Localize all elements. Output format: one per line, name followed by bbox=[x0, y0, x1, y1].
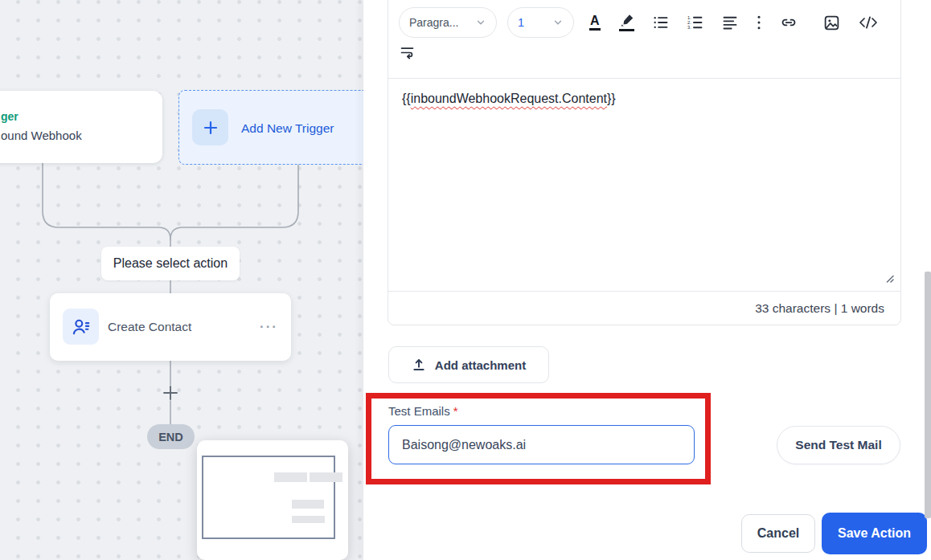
wrap-text-icon[interactable] bbox=[399, 46, 415, 59]
test-emails-label: Test Emails * bbox=[388, 404, 458, 418]
plus-icon bbox=[192, 109, 228, 145]
ellipsis-menu-icon[interactable]: ··· bbox=[260, 293, 278, 361]
select-action-label: Please select action bbox=[101, 247, 240, 280]
email-body-editor[interactable]: {{inboundWebhookRequest.Content}} bbox=[388, 79, 900, 291]
chevron-down-icon bbox=[475, 17, 486, 28]
preview-placeholder-bar bbox=[292, 516, 325, 523]
preview-thumbnail-card bbox=[197, 440, 348, 560]
align-icon[interactable] bbox=[722, 14, 738, 31]
paragraph-style-dropdown[interactable]: Paragra... bbox=[399, 7, 497, 38]
send-test-mail-button[interactable]: Send Test Mail bbox=[777, 426, 900, 464]
add-new-trigger-label: Add New Trigger bbox=[241, 91, 334, 166]
annotation-highlight-box: Test Emails * bbox=[366, 393, 711, 484]
text-color-icon[interactable]: A bbox=[589, 14, 601, 31]
add-action-plus-icon[interactable] bbox=[164, 386, 177, 399]
svg-text:2.: 2. bbox=[687, 20, 691, 25]
preview-frame bbox=[202, 456, 335, 539]
link-icon[interactable] bbox=[780, 14, 798, 31]
resize-handle-icon[interactable] bbox=[884, 272, 894, 286]
scrollbar-thumb[interactable] bbox=[925, 272, 931, 518]
preview-placeholder-bar bbox=[274, 472, 307, 482]
font-size-dropdown[interactable]: 1 bbox=[507, 7, 574, 38]
add-attachment-label: Add attachment bbox=[435, 358, 526, 372]
svg-text:1.: 1. bbox=[687, 15, 691, 20]
rich-text-editor: Paragra... 1 A bbox=[388, 0, 901, 325]
bullet-list-icon[interactable] bbox=[653, 14, 669, 31]
add-attachment-button[interactable]: Add attachment bbox=[388, 346, 549, 383]
required-asterisk: * bbox=[453, 404, 458, 418]
preview-placeholder-bar bbox=[292, 500, 324, 509]
code-icon[interactable] bbox=[859, 14, 878, 31]
svg-text:3.: 3. bbox=[687, 25, 691, 30]
merge-field-suffix: }} bbox=[607, 92, 616, 105]
font-size-value: 1 bbox=[518, 16, 524, 29]
editor-toolbar: Paragra... 1 A bbox=[388, 0, 900, 79]
preview-placeholder-bar bbox=[310, 472, 342, 482]
chevron-down-icon bbox=[552, 17, 564, 28]
character-counter: 33 characters | 1 words bbox=[388, 291, 900, 325]
trigger-card-subtitle: ound Webhook bbox=[1, 129, 82, 142]
numbered-list-icon[interactable]: 1. 2. 3. bbox=[687, 14, 703, 31]
cancel-button[interactable]: Cancel bbox=[741, 514, 815, 553]
merge-field-variable: inboundWebhookRequest.Content bbox=[411, 92, 607, 105]
image-icon[interactable] bbox=[823, 14, 840, 31]
create-contact-label: Create Contact bbox=[108, 293, 191, 361]
create-contact-action-card[interactable]: Create Contact ··· bbox=[50, 293, 291, 361]
trigger-card-title: ger bbox=[1, 110, 18, 123]
paragraph-style-value: Paragra... bbox=[409, 16, 458, 29]
upload-icon bbox=[412, 358, 426, 372]
kebab-more-icon[interactable] bbox=[757, 14, 761, 31]
save-action-button[interactable]: Save Action bbox=[822, 513, 927, 554]
highlighter-icon[interactable] bbox=[619, 14, 634, 31]
workflow-canvas: ger ound Webhook Add New Trigger Please … bbox=[0, 0, 363, 560]
test-emails-input[interactable] bbox=[388, 425, 695, 464]
workflow-end-badge: END bbox=[147, 424, 195, 449]
inbound-webhook-trigger-card[interactable]: ger ound Webhook bbox=[0, 91, 162, 163]
email-action-panel: Paragra... 1 A bbox=[363, 0, 931, 560]
contact-icon bbox=[63, 309, 99, 345]
merge-field-prefix: {{ bbox=[402, 92, 411, 105]
